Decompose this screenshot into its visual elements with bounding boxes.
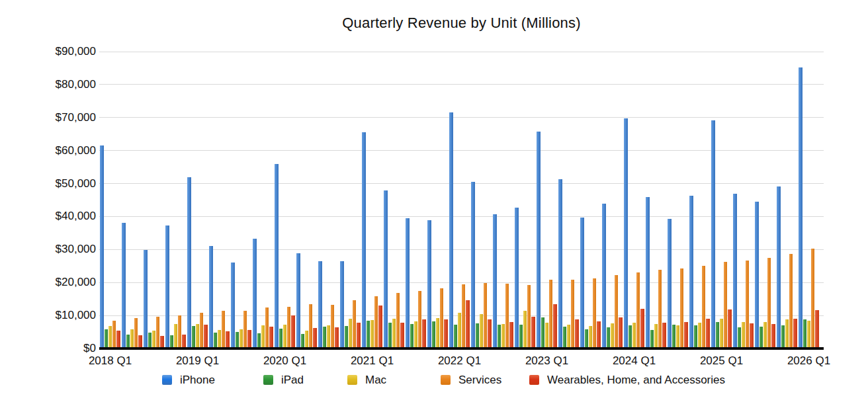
x-axis-tick-label: 2021 Q1 [329, 354, 415, 368]
bar-services-2023-q3 [593, 278, 596, 348]
bar-services-2026-q1 [811, 249, 814, 348]
bar-mac-2021-q4 [436, 318, 439, 348]
gridline [99, 52, 824, 52]
bar-wearables-home-and-accessories-2023-q2 [575, 319, 578, 348]
bar-iphone-2024-q1 [624, 118, 627, 348]
bar-iphone-2023-q4 [602, 204, 605, 348]
bar-wearables-home-and-accessories-2021-q2 [400, 323, 404, 348]
bar-iphone-2023-q3 [580, 218, 584, 348]
bar-ipad-2025-q1 [716, 322, 719, 348]
bar-ipad-2020-q3 [323, 327, 326, 348]
bar-services-2019-q4 [265, 307, 269, 348]
y-axis-tick-label: $70,000 [13, 111, 96, 124]
bar-ipad-2019-q1 [192, 326, 195, 348]
bar-ipad-2022-q2 [476, 323, 479, 348]
legend-label: iPad [281, 374, 304, 387]
bar-services-2019-q2 [222, 311, 225, 348]
bar-services-2020-q1 [287, 307, 290, 348]
bar-iphone-2019-q4 [253, 239, 256, 348]
legend-swatch-wearables-home-and-accessories-icon [529, 375, 539, 385]
bar-iphone-2021-q1 [362, 132, 365, 348]
bar-mac-2018-q4 [174, 324, 177, 348]
bar-services-2023-q1 [549, 280, 552, 348]
bar-wearables-home-and-accessories-2024-q4 [706, 319, 709, 348]
bar-mac-2022-q1 [458, 313, 461, 348]
y-axis-tick-label: $40,000 [13, 210, 96, 223]
bar-ipad-2018-q4 [170, 335, 173, 348]
chart-title: Quarterly Revenue by Unit (Millions) [99, 15, 824, 32]
gridline [99, 216, 824, 217]
bar-ipad-2022-q4 [519, 325, 523, 348]
bar-wearables-home-and-accessories-2019-q4 [269, 327, 273, 348]
bar-mac-2023-q1 [545, 323, 548, 348]
bar-mac-2021-q3 [414, 321, 417, 348]
bar-iphone-2023-q2 [558, 179, 562, 348]
bar-wearables-home-and-accessories-2024-q3 [684, 322, 687, 348]
legend-swatch-services-icon [441, 375, 451, 385]
bar-services-2018-q4 [178, 315, 181, 348]
y-axis-tick-label: $90,000 [13, 45, 96, 58]
bar-services-2025-q4 [789, 254, 793, 348]
x-axis-tick-label: 2023 Q1 [504, 354, 590, 368]
bar-mac-2018-q3 [152, 331, 155, 348]
bar-ipad-2023-q3 [585, 329, 588, 348]
bar-services-2022-q3 [505, 284, 509, 348]
bar-services-2019-q3 [243, 311, 247, 348]
legend-label: Mac [365, 374, 386, 387]
bar-services-2018-q1 [112, 321, 116, 348]
bar-wearables-home-and-accessories-2020-q2 [313, 328, 316, 348]
legend-item-mac: Mac [347, 374, 386, 386]
legend-item-wearables-home-and-accessories: Wearables, Home, and Accessories [529, 374, 725, 386]
bar-wearables-home-and-accessories-2020-q3 [335, 327, 338, 348]
bar-wearables-home-and-accessories-2023-q3 [597, 321, 600, 348]
bar-services-2022-q1 [462, 284, 465, 348]
x-axis-tick-label: 2020 Q1 [242, 354, 328, 368]
x-axis-tick-label: 2018 Q1 [67, 354, 153, 368]
bar-mac-2022-q3 [501, 324, 505, 348]
bar-mac-2021-q1 [370, 320, 374, 348]
bar-wearables-home-and-accessories-2024-q1 [640, 309, 644, 348]
bar-mac-2023-q4 [611, 323, 614, 348]
x-axis-tick-label: 2026 Q1 [766, 354, 852, 368]
bar-wearables-home-and-accessories-2021-q4 [444, 319, 447, 348]
bar-services-2025-q2 [746, 261, 749, 348]
bar-iphone-2024-q2 [646, 197, 649, 348]
bar-mac-2019-q2 [218, 330, 221, 348]
bar-iphone-2025-q4 [777, 186, 780, 348]
bar-mac-2024-q3 [676, 325, 679, 348]
bar-mac-2022-q4 [523, 311, 527, 348]
bar-services-2018-q2 [134, 318, 138, 348]
bar-wearables-home-and-accessories-2021-q3 [422, 319, 425, 348]
bar-ipad-2023-q2 [563, 327, 566, 348]
bar-mac-2020-q4 [349, 319, 352, 348]
bar-wearables-home-and-accessories-2025-q3 [771, 324, 775, 348]
chart-legend: iPhoneiPadMacServicesWearables, Home, an… [0, 374, 868, 388]
gridline [99, 117, 824, 118]
bar-iphone-2025-q3 [755, 202, 758, 348]
bar-mac-2025-q2 [742, 322, 745, 348]
bar-mac-2020-q2 [305, 331, 308, 348]
bar-services-2024-q2 [658, 270, 662, 348]
bar-ipad-2018-q3 [148, 333, 152, 348]
bar-ipad-2025-q3 [760, 327, 763, 348]
bar-services-2024-q4 [702, 266, 705, 348]
bar-wearables-home-and-accessories-2022-q2 [488, 319, 491, 348]
bar-iphone-2019-q1 [187, 177, 191, 348]
bar-mac-2020-q3 [327, 325, 330, 348]
bar-mac-2025-q3 [763, 322, 767, 348]
bar-ipad-2022-q1 [454, 325, 457, 348]
bar-wearables-home-and-accessories-2025-q1 [728, 309, 731, 348]
bar-iphone-2021-q2 [384, 190, 387, 348]
bar-ipad-2023-q1 [541, 317, 544, 348]
gridline [99, 183, 824, 184]
x-axis-line [99, 347, 824, 350]
bar-services-2024-q1 [636, 272, 640, 348]
bar-iphone-2026-q1 [799, 67, 802, 348]
bar-iphone-2018-q3 [144, 250, 147, 348]
bar-services-2023-q2 [571, 280, 574, 348]
bar-iphone-2022-q2 [471, 182, 474, 348]
x-axis-tick-label: 2019 Q1 [155, 354, 241, 368]
bar-services-2022-q4 [527, 285, 531, 348]
bar-services-2024-q3 [680, 268, 683, 348]
bar-iphone-2018-q2 [122, 223, 125, 348]
